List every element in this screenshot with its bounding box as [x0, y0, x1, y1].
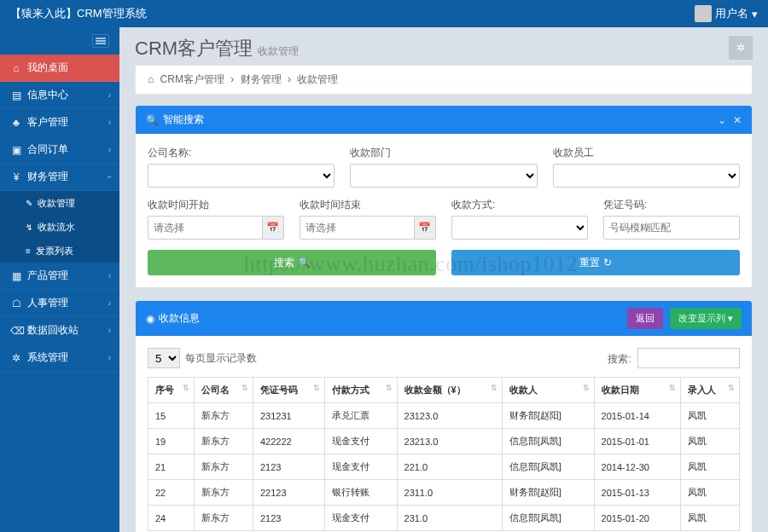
sidebar: ⌂ 我的桌面 ▤ 信息中心› ♣ 客户管理› ▣ 合同订单› ¥ 财务管理› ✎… — [0, 27, 119, 532]
close-icon[interactable]: ✕ — [733, 114, 742, 126]
chevron-down-icon: › — [105, 176, 114, 178]
start-date-input[interactable] — [148, 216, 263, 240]
page-length-select[interactable]: 5 — [148, 348, 180, 368]
staff-select[interactable] — [553, 164, 740, 188]
table-row[interactable]: 22新东方22123银行转账2311.0财务部[赵阳]2015-01-13凤凯 — [148, 480, 740, 506]
sidebar-item-finance[interactable]: ¥ 财务管理› — [0, 164, 119, 191]
hamburger-icon — [92, 34, 109, 48]
settings-button[interactable]: ✲ — [729, 36, 753, 60]
sidebar-item-customers[interactable]: ♣ 客户管理› — [0, 109, 119, 136]
pencil-icon: ✎ — [26, 199, 32, 208]
chevron-icon: › — [108, 298, 111, 308]
table-header[interactable]: 录入人⇅ — [680, 378, 739, 403]
table-header[interactable]: 凭证号码⇅ — [253, 378, 324, 403]
main-content: ✲ CRM客户管理收款管理 ⌂ CRM客户管理 › 财务管理 › 收款管理 🔍智… — [119, 27, 768, 532]
user-menu[interactable]: 用户名 ▾ — [695, 5, 758, 22]
flow-icon: ↯ — [26, 223, 32, 232]
yen-icon: ¥ — [10, 171, 22, 183]
reset-button[interactable]: 重置 ↻ — [451, 250, 740, 275]
table-row[interactable]: 15新东方231231承兑汇票23123.0财务部[赵阳]2015-01-14凤… — [148, 403, 740, 429]
search-icon: 🔍 — [146, 114, 159, 126]
end-date-input[interactable] — [300, 216, 415, 240]
chevron-down-icon: ▾ — [752, 8, 758, 20]
contract-icon: ▣ — [10, 144, 22, 156]
chevron-icon: › — [108, 145, 111, 154]
payments-table: 序号⇅公司名⇅凭证号码⇅付款方式⇅收款金额（¥）⇅收款人⇅收款日期⇅录入人⇅ 1… — [148, 377, 740, 531]
chevron-icon: › — [108, 326, 111, 335]
table-row[interactable]: 24新东方2123现金支付231.0信息部[凤凯]2015-01-20凤凯 — [148, 506, 740, 531]
table-header[interactable]: 收款金额（¥）⇅ — [397, 378, 502, 403]
chevron-icon: › — [108, 353, 111, 362]
dept-select[interactable] — [350, 164, 537, 188]
trash-icon: ⌫ — [10, 325, 22, 337]
columns-button[interactable]: 改变显示列 ▾ — [670, 308, 742, 329]
collapse-icon[interactable]: ⌄ — [718, 114, 726, 126]
back-button[interactable]: 返回 — [627, 308, 663, 329]
info-icon: ◉ — [146, 313, 154, 325]
search-button[interactable]: 搜索 🔍 — [148, 250, 436, 275]
table-header[interactable]: 收款日期⇅ — [594, 378, 680, 403]
sidebar-toggle[interactable] — [0, 27, 119, 55]
info-icon: ▤ — [10, 90, 22, 101]
table-header[interactable]: 收款人⇅ — [502, 378, 594, 403]
sidebar-item-info[interactable]: ▤ 信息中心› — [0, 82, 119, 109]
table-row[interactable]: 21新东方2123现金支付221.0信息部[凤凯]2014-12-30凤凯 — [148, 454, 740, 480]
topbar: 【猿来入此】CRM管理系统 用户名 ▾ — [0, 0, 768, 27]
sidebar-item-recycle[interactable]: ⌫ 数据回收站› — [0, 317, 119, 344]
info-panel: ◉收款信息 返回 改变显示列 ▾ 5 每页显示记录数 搜索: — [135, 300, 753, 532]
sidebar-item-products[interactable]: ▦ 产品管理› — [0, 263, 119, 290]
customer-icon: ♣ — [10, 117, 22, 129]
breadcrumb: ⌂ CRM客户管理 › 财务管理 › 收款管理 — [135, 65, 753, 95]
voucher-input[interactable] — [603, 216, 740, 240]
table-search-input[interactable] — [637, 348, 740, 368]
calendar-icon[interactable]: 📅 — [263, 216, 284, 240]
list-icon: ≡ — [26, 246, 31, 256]
table-header[interactable]: 付款方式⇅ — [325, 378, 397, 403]
table-row[interactable]: 19新东方422222现金支付23213.0信息部[凤凯]2015-01-01凤… — [148, 429, 740, 454]
sidebar-item-hr[interactable]: ☖ 人事管理› — [0, 290, 119, 317]
app-title: 【猿来入此】CRM管理系统 — [10, 6, 147, 21]
page-title: CRM客户管理收款管理 — [135, 36, 753, 61]
sidebar-item-dashboard[interactable]: ⌂ 我的桌面 — [0, 55, 119, 82]
sidebar-sub-payments[interactable]: ✎ 收款管理 — [0, 191, 119, 215]
gear-icon: ✲ — [10, 352, 22, 364]
home-icon: ⌂ — [148, 73, 154, 85]
sidebar-sub-invoices[interactable]: ≡ 发票列表 — [0, 239, 119, 263]
sidebar-item-contracts[interactable]: ▣ 合同订单› — [0, 136, 119, 164]
calendar-icon[interactable]: 📅 — [415, 216, 436, 240]
chevron-icon: › — [108, 90, 111, 100]
method-select[interactable] — [451, 216, 588, 240]
home-icon: ⌂ — [10, 62, 22, 74]
table-header[interactable]: 公司名⇅ — [194, 378, 253, 403]
avatar — [695, 5, 712, 22]
sidebar-sub-flow[interactable]: ↯ 收款流水 — [0, 215, 119, 239]
search-panel: 🔍智能搜索 ⌄ ✕ 公司名称: 收款部门 收款员工 收款时间开始 📅 收款时间结… — [135, 105, 753, 288]
sidebar-item-system[interactable]: ✲ 系统管理› — [0, 344, 119, 372]
product-icon: ▦ — [10, 270, 22, 282]
company-select[interactable] — [148, 164, 335, 188]
table-header[interactable]: 序号⇅ — [148, 378, 195, 403]
chevron-icon: › — [108, 118, 111, 127]
hr-icon: ☖ — [10, 298, 22, 309]
chevron-icon: › — [108, 271, 111, 280]
